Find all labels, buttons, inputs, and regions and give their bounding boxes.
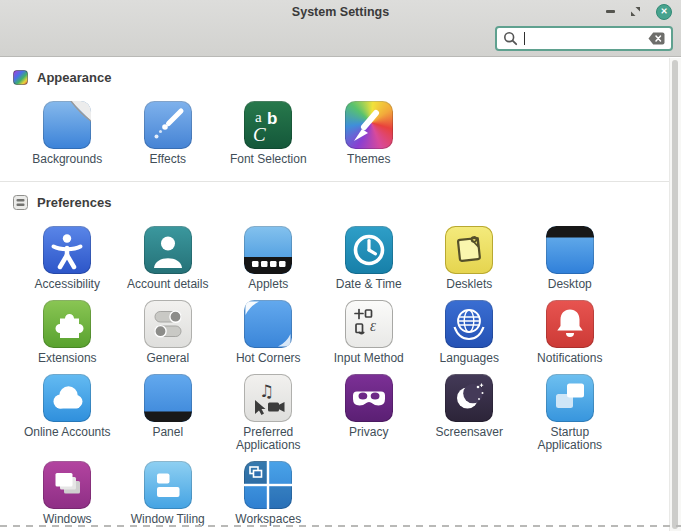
extensions-icon bbox=[43, 300, 91, 348]
text-caret bbox=[524, 32, 525, 45]
section-title: Appearance bbox=[37, 70, 111, 85]
item-label: Backgrounds bbox=[32, 153, 102, 166]
onlineaccounts-icon bbox=[43, 374, 91, 422]
svg-text:b: b bbox=[267, 109, 277, 128]
preferredapps-icon: ♫ bbox=[244, 374, 292, 422]
item-label: General bbox=[146, 352, 189, 365]
settings-item-fontselection[interactable]: abCFont Selection bbox=[218, 101, 319, 166]
item-label: Privacy bbox=[349, 426, 388, 439]
settings-item-startup[interactable]: Startup Applications bbox=[520, 374, 621, 452]
item-label: Windows bbox=[43, 513, 92, 526]
maximize-button[interactable] bbox=[630, 6, 641, 17]
close-button[interactable]: ✕ bbox=[656, 4, 672, 20]
sections: AppearanceBackgroundsEffectsabCFont Sele… bbox=[0, 57, 681, 526]
settings-item-screensaver[interactable]: Screensaver bbox=[419, 374, 520, 452]
item-label: Screensaver bbox=[436, 426, 503, 439]
item-label: Languages bbox=[440, 352, 499, 365]
item-label: Panel bbox=[152, 426, 183, 439]
applets-icon bbox=[244, 226, 292, 274]
search-input[interactable] bbox=[527, 30, 648, 47]
settings-item-languages[interactable]: Languages bbox=[419, 300, 520, 365]
settings-item-panel[interactable]: Panel bbox=[118, 374, 219, 452]
svg-text:Ɛ: Ɛ bbox=[370, 320, 376, 334]
panel-icon bbox=[144, 374, 192, 422]
general-icon bbox=[144, 300, 192, 348]
settings-item-backgrounds[interactable]: Backgrounds bbox=[17, 101, 118, 166]
settings-item-datetime[interactable]: Date & Time bbox=[319, 226, 420, 291]
window-title: System Settings bbox=[0, 0, 681, 24]
account-icon bbox=[144, 226, 192, 274]
item-label: Workspaces bbox=[235, 513, 301, 526]
settings-item-themes[interactable]: Themes bbox=[319, 101, 420, 166]
item-label: Accessibility bbox=[35, 278, 100, 291]
item-label: Online Accounts bbox=[24, 426, 111, 439]
settings-item-account[interactable]: Account details bbox=[118, 226, 219, 291]
settings-item-windowtiling[interactable]: Window Tiling bbox=[118, 461, 219, 526]
settings-item-applets[interactable]: Applets bbox=[218, 226, 319, 291]
item-label: Effects bbox=[150, 153, 186, 166]
settings-item-general[interactable]: General bbox=[118, 300, 219, 365]
desklets-icon bbox=[445, 226, 493, 274]
section-title: Preferences bbox=[37, 195, 111, 210]
settings-item-effects[interactable]: Effects bbox=[118, 101, 219, 166]
item-label: Font Selection bbox=[230, 153, 307, 166]
settings-item-extensions[interactable]: Extensions bbox=[17, 300, 118, 365]
workspaces-icon bbox=[244, 461, 292, 509]
settings-item-desktop[interactable]: Desktop bbox=[520, 226, 621, 291]
item-label: Desklets bbox=[446, 278, 492, 291]
settings-item-notifications[interactable]: Notifications bbox=[520, 300, 621, 365]
themes-icon bbox=[345, 101, 393, 149]
titlebar[interactable]: System Settings ✕ bbox=[0, 0, 681, 23]
datetime-icon bbox=[345, 226, 393, 274]
scrollbar-thumb[interactable] bbox=[672, 60, 678, 529]
item-label: Hot Corners bbox=[236, 352, 301, 365]
preferences-section-icon bbox=[13, 195, 28, 210]
scrollbar[interactable] bbox=[669, 58, 681, 531]
settings-item-workspaces[interactable]: Workspaces bbox=[218, 461, 319, 526]
startup-icon bbox=[546, 374, 594, 422]
settings-item-desklets[interactable]: Desklets bbox=[419, 226, 520, 291]
appearance-section-icon bbox=[13, 70, 28, 85]
desktop-icon bbox=[546, 226, 594, 274]
privacy-icon bbox=[345, 374, 393, 422]
item-label: Input Method bbox=[334, 352, 404, 365]
item-label: Applets bbox=[248, 278, 288, 291]
settings-item-preferredapps[interactable]: ♫Preferred Applications bbox=[218, 374, 319, 452]
settings-item-windows[interactable]: Windows bbox=[17, 461, 118, 526]
settings-content: AppearanceBackgroundsEffectsabCFont Sele… bbox=[0, 57, 681, 531]
window-controls: ✕ bbox=[606, 0, 672, 23]
windowtiling-icon bbox=[144, 461, 192, 509]
minimize-button[interactable] bbox=[606, 10, 615, 12]
accessibility-icon bbox=[43, 226, 91, 274]
clear-search-icon[interactable] bbox=[648, 32, 665, 45]
search-box[interactable] bbox=[495, 26, 673, 51]
windows-icon bbox=[43, 461, 91, 509]
section-appearance: AppearanceBackgroundsEffectsabCFont Sele… bbox=[0, 57, 681, 166]
section-header-appearance: Appearance bbox=[0, 57, 681, 85]
settings-item-onlineaccounts[interactable]: Online Accounts bbox=[17, 374, 118, 452]
svg-text:♫: ♫ bbox=[259, 381, 274, 401]
window-header: System Settings ✕ bbox=[0, 0, 681, 57]
maximize-icon bbox=[630, 6, 641, 17]
settings-item-privacy[interactable]: Privacy bbox=[319, 374, 420, 452]
item-label: Themes bbox=[347, 153, 390, 166]
preferences-grid: AccessibilityAccount detailsAppletsDate … bbox=[0, 226, 681, 526]
item-label: Window Tiling bbox=[131, 513, 205, 526]
settings-item-hotcorners[interactable]: Hot Corners bbox=[218, 300, 319, 365]
item-label: Notifications bbox=[537, 352, 602, 365]
item-label: Account details bbox=[127, 278, 208, 291]
fontselection-icon: abC bbox=[244, 101, 292, 149]
settings-item-accessibility[interactable]: Accessibility bbox=[17, 226, 118, 291]
settings-item-inputmethod[interactable]: ƐInput Method bbox=[319, 300, 420, 365]
svg-text:a: a bbox=[255, 109, 262, 125]
item-label: Desktop bbox=[548, 278, 592, 291]
section-header-preferences: Preferences bbox=[0, 182, 681, 210]
screensaver-icon bbox=[445, 374, 493, 422]
notifications-icon bbox=[546, 300, 594, 348]
item-label: Startup Applications bbox=[520, 426, 620, 452]
inputmethod-icon: Ɛ bbox=[345, 300, 393, 348]
section-preferences: PreferencesAccessibilityAccount detailsA… bbox=[0, 181, 681, 526]
item-label: Extensions bbox=[38, 352, 97, 365]
bottom-crop-dashes bbox=[0, 525, 681, 527]
item-label: Preferred Applications bbox=[218, 426, 318, 452]
